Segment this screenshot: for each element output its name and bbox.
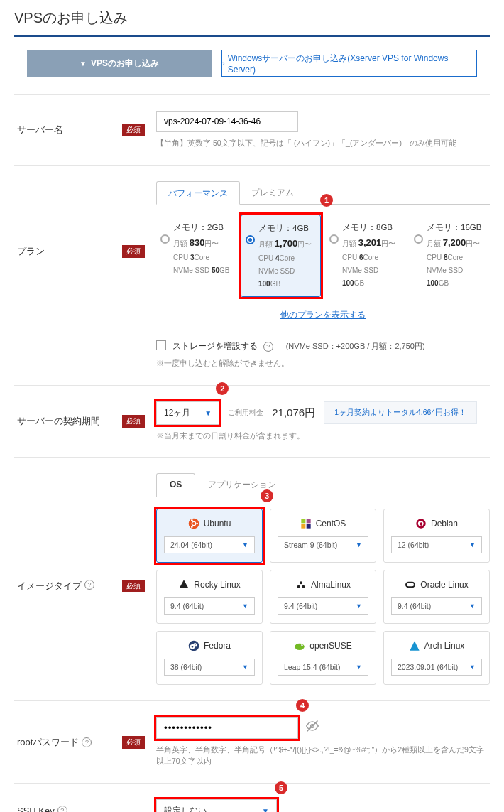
fee-value: 21,076円 [272,406,315,420]
plan-card-price: 月額 7,200円〜 [427,234,486,251]
annotation-badge-5: 5 [275,781,287,794]
help-icon[interactable]: ? [57,806,67,812]
oracle-icon [405,579,416,590]
chevron-down-icon: ▼ [204,409,212,417]
plan-tab-premium[interactable]: プレミアム [240,181,305,204]
os-version-select[interactable]: 9.4 (64bit)▼ [164,597,255,615]
ssh-select[interactable]: 設定しない ▼ [156,799,277,812]
plan-card-cpu: CPU 4Core [258,252,316,265]
help-icon[interactable]: ? [263,342,273,352]
section-ssh: SSH Key ? 設定しない ▼ 5 [14,783,490,812]
storage-cb-label: ストレージを増設する [172,341,258,351]
annotation-badge-1: 1 [320,194,333,207]
plan-card-cpu: CPU 6Core [342,251,401,264]
plan-card[interactable]: メモリ：16GB 月額 7,200円〜 CPU 8Core NVMe SSD 1… [410,215,490,297]
os-version-select[interactable]: 38 (64bit)▼ [164,659,255,676]
tab-windows[interactable]: › Windowsサーバーのお申し込み(Xserver VPS for Wind… [221,50,477,77]
radio-icon [414,234,423,244]
chevron-right-icon: › [222,59,225,67]
os-version-select[interactable]: 12 (64bit)▼ [391,536,482,553]
plan-card-title: メモリ：4GB [258,221,316,236]
chevron-down-icon: ▼ [80,60,87,67]
os-card-suse[interactable]: openSUSE Leap 15.4 (64bit)▼ [270,631,376,685]
image-tab-os[interactable]: OS [156,473,195,497]
page-title: VPSのお申し込み [14,9,490,37]
os-card-centos[interactable]: CentOS Stream 9 (64bit)▼ [270,509,376,563]
os-version-select[interactable]: 2023.09.01 (64bit)▼ [391,659,482,676]
term-label: サーバーの契約期間 [17,415,100,428]
plan-card-ssd: NVMe SSD 50GB [173,264,232,277]
section-plan: プラン 必須 パフォーマンス プレミアム メモリ：2GB 月額 830円〜 CP… [14,165,490,385]
plan-card-ssd: NVMe SSD 100GB [258,265,316,291]
term-select[interactable]: 12ヶ月 ▼ [156,401,219,425]
required-badge: 必須 [122,736,145,749]
os-name: Debian [391,518,482,529]
help-icon[interactable]: ? [82,737,92,747]
os-version-select[interactable]: 9.4 (64bit)▼ [391,597,482,615]
section-term: サーバーの契約期間 必須 12ヶ月 ▼ ご利用料金 21,076円 1ヶ月契約よ… [14,385,490,458]
storage-checkbox[interactable]: ストレージを増設する ? [156,340,273,352]
chevron-down-icon: ▼ [242,541,248,548]
ssh-value: 設定しない [164,805,207,812]
section-server-name: サーバー名 必須 【半角】英数字 50文字以下、記号は「-(ハイフン)」「_(ア… [14,94,490,165]
os-card-oracle[interactable]: Oracle Linux 9.4 (64bit)▼ [383,570,490,624]
svg-point-10 [297,585,300,588]
os-name: openSUSE [278,640,368,651]
chevron-down-icon: ▼ [262,807,269,812]
plan-card-title: メモリ：8GB [342,220,401,235]
plan-card[interactable]: メモリ：2GB 月額 830円〜 CPU 3Core NVMe SSD 50GB [156,215,236,297]
debian-icon [415,518,427,529]
annotation-badge-2: 2 [216,382,229,395]
svg-point-2 [196,523,198,525]
required-badge: 必須 [122,415,145,428]
os-version-select[interactable]: Leap 15.4 (64bit)▼ [278,659,368,676]
os-name: CentOS [278,518,368,529]
svg-point-11 [302,585,305,588]
server-name-hint: 【半角】英数字 50文字以下、記号は「-(ハイフン)」「_(アンダーバー)」のみ… [156,138,490,149]
os-version-select[interactable]: 24.04 (64bit)▼ [164,536,255,553]
svg-rect-7 [301,524,305,529]
help-icon[interactable]: ? [84,580,94,590]
ubuntu-icon [188,518,199,529]
rootpw-input[interactable] [156,717,298,739]
os-name: AlmaLinux [278,579,368,590]
plan-card-ssd: NVMe SSD 100GB [427,264,486,290]
chevron-down-icon: ▼ [356,664,362,671]
plan-card-cpu: CPU 3Core [173,251,232,264]
server-name-input[interactable] [156,111,298,132]
os-card-rocky[interactable]: Rocky Linux 9.4 (64bit)▼ [156,570,263,624]
radio-icon [160,234,170,244]
rocky-icon [178,579,190,590]
fee-label: ご利用料金 [228,408,263,418]
svg-rect-8 [306,524,310,529]
radio-icon [246,235,255,244]
chevron-down-icon: ▼ [242,664,248,671]
plan-card-title: メモリ：2GB [173,220,232,235]
os-card-fedora[interactable]: Fedora 38 (64bit)▼ [156,631,263,685]
storage-info: (NVMe SSD：+200GB / 月額：2,750円) [286,341,425,352]
svg-point-3 [191,519,193,521]
plan-tab-performance[interactable]: パフォーマンス [156,181,240,205]
tab-vps[interactable]: ▼ VPSのお申し込み [27,50,212,77]
storage-note: ※一度申し込むと解除ができません。 [156,358,490,369]
os-name: Ubuntu [164,518,255,529]
annotation-badge-3: 3 [261,489,273,502]
ssh-label: SSH Key [17,806,55,812]
eye-off-icon[interactable] [305,720,319,736]
image-tab-app[interactable]: アプリケーション [195,473,289,497]
os-name: Arch Linux [391,640,482,651]
os-card-arch[interactable]: Arch Linux 2023.09.01 (64bit)▼ [383,631,490,685]
svg-point-9 [300,582,302,585]
os-card-alma[interactable]: AlmaLinux 9.4 (64bit)▼ [270,570,376,624]
image-label: イメージタイプ [17,580,82,592]
show-more-plans-link[interactable]: 他のプランを表示する [156,310,490,320]
plan-card-price: 月額 3,201円〜 [342,234,401,251]
os-card-ubuntu[interactable]: Ubuntu 24.04 (64bit)▼ [156,509,263,563]
os-card-debian[interactable]: Debian 12 (64bit)▼ [383,509,490,563]
promo-text: 1ヶ月契約よりトータル4,664円お得！ [324,401,477,424]
plan-card-cpu: CPU 8Core [427,251,486,264]
plan-card[interactable]: メモリ：8GB 月額 3,201円〜 CPU 6Core NVMe SSD 10… [325,215,405,297]
plan-card[interactable]: メモリ：4GB 月額 1,700円〜 CPU 4Core NVMe SSD 10… [241,215,321,297]
os-version-select[interactable]: Stream 9 (64bit)▼ [278,536,368,553]
os-version-select[interactable]: 9.4 (64bit)▼ [278,597,368,615]
